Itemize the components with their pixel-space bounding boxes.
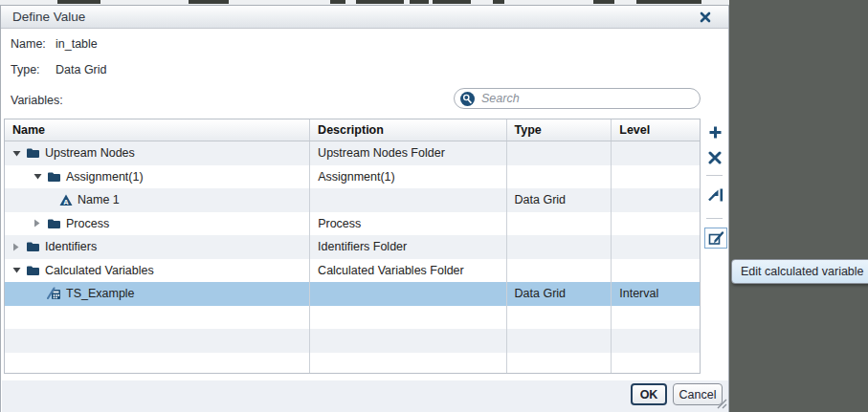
tree-row-ts-example[interactable]: TS_Example Data Grid Interval: [5, 282, 700, 306]
row-level: [612, 235, 700, 259]
folder-icon: [26, 265, 40, 276]
edit-pencil-icon: [708, 230, 724, 246]
row-name: Name 1: [78, 193, 120, 206]
collapse-arrow-icon[interactable]: [33, 173, 43, 180]
table-header: Name Description Type Level: [5, 119, 700, 141]
svg-text:A: A: [63, 197, 69, 206]
search-box[interactable]: [454, 88, 701, 109]
name-label: Name:: [11, 37, 46, 51]
empty-row: [5, 353, 700, 374]
arrow-up-right-icon: [707, 187, 723, 203]
edit-calculated-variable-button[interactable]: [704, 228, 727, 249]
row-type: [507, 235, 612, 259]
tooltip: Edit calculated variable: [731, 259, 868, 284]
row-level: Interval: [612, 282, 700, 306]
expand-arrow-icon[interactable]: [12, 243, 22, 251]
empty-row: [5, 306, 700, 330]
row-description: [310, 188, 506, 212]
tooltip-text: Edit calculated variable: [741, 265, 864, 278]
column-header-level: Level: [612, 119, 700, 141]
row-description: Assignment(1): [310, 165, 506, 189]
folder-icon: [26, 241, 40, 252]
row-level: [612, 259, 700, 283]
tree-row-calculated-variables[interactable]: Calculated Variables Calculated Variable…: [5, 259, 700, 283]
row-type: Data Grid: [507, 282, 612, 306]
column-header-description: Description: [310, 119, 506, 141]
row-type: Data Grid: [507, 188, 612, 212]
row-description: Process: [310, 212, 506, 236]
folder-icon: [26, 147, 40, 159]
row-type: [507, 259, 612, 283]
variables-label: Variables:: [11, 94, 63, 107]
search-icon: [459, 91, 476, 107]
variables-table: Name Description Type Level Upstream Nod…: [4, 119, 701, 374]
row-level: [612, 188, 700, 212]
row-description: Calculated Variables Folder: [310, 259, 506, 283]
empty-row: [5, 329, 700, 353]
row-level: [612, 212, 700, 236]
folder-icon: [47, 171, 61, 183]
x-icon: [708, 151, 722, 164]
calculated-variable-icon: [47, 287, 61, 300]
type-value: Data Grid: [56, 63, 107, 76]
plus-icon: [708, 125, 723, 140]
type-label: Type:: [11, 63, 40, 76]
dialog-title: Define Value: [12, 10, 85, 24]
search-input[interactable]: [476, 92, 700, 105]
close-icon[interactable]: [698, 10, 713, 25]
row-name: Calculated Variables: [45, 264, 154, 277]
row-description: Identifiers Folder: [310, 235, 506, 259]
delete-variable-button[interactable]: [706, 149, 723, 166]
add-variable-button[interactable]: [706, 123, 723, 141]
resize-grip[interactable]: [716, 398, 727, 409]
row-name: TS_Example: [66, 287, 135, 300]
collapse-arrow-icon[interactable]: [12, 150, 22, 157]
column-header-type: Type: [507, 119, 612, 141]
dialog-titlebar: Define Value: [1, 6, 728, 29]
define-value-dialog: Define Value Name: in_table Type: Data G…: [0, 5, 729, 412]
move-variable-button[interactable]: [705, 186, 724, 204]
tree-row-upstream-nodes[interactable]: Upstream Nodes Upstream Nodes Folder: [5, 141, 700, 165]
ok-button[interactable]: OK: [631, 383, 667, 405]
screen: Define Value Name: in_table Type: Data G…: [0, 0, 868, 412]
row-name: Process: [66, 217, 109, 230]
toolbar-separator: [706, 218, 723, 219]
tree-row-process[interactable]: Process Process: [5, 212, 700, 236]
row-level: [612, 165, 700, 189]
row-description: [310, 282, 506, 306]
row-name: Assignment(1): [66, 170, 144, 184]
tree-row-name-1[interactable]: A Name 1 Data Grid: [5, 188, 700, 212]
row-type: [507, 212, 612, 236]
row-type: [507, 165, 612, 189]
row-level: [612, 141, 700, 165]
collapse-arrow-icon[interactable]: [12, 267, 22, 273]
tree-row-assignment[interactable]: Assignment(1) Assignment(1): [5, 165, 700, 189]
name-value: in_table: [56, 37, 98, 51]
row-description: Upstream Nodes Folder: [310, 141, 506, 165]
row-type: [507, 141, 612, 165]
variable-triangle-icon: A: [59, 194, 73, 206]
column-header-name: Name: [5, 119, 310, 141]
dialog-footer: OK Cancel: [2, 380, 728, 412]
folder-icon: [47, 218, 61, 229]
tree-row-identifiers[interactable]: Identifiers Identifiers Folder: [5, 235, 700, 259]
expand-arrow-icon[interactable]: [33, 219, 43, 228]
toolbar-separator: [706, 175, 723, 176]
row-name: Identifiers: [45, 240, 97, 253]
row-name: Upstream Nodes: [45, 146, 135, 160]
